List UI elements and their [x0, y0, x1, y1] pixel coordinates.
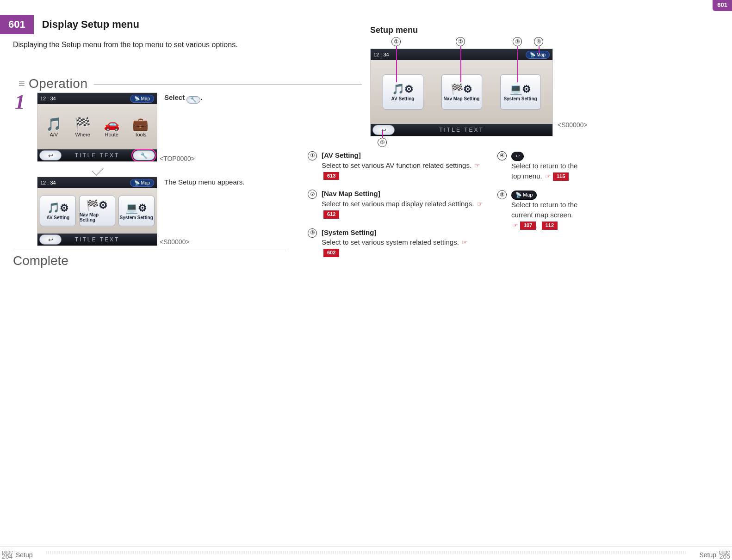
menu-tile-route: 🚗Route: [104, 117, 120, 137]
callout-2: ②: [456, 37, 465, 46]
tile-av-setting: 🎵⚙AV Setting: [40, 196, 76, 226]
page-title: Display Setup menu: [34, 15, 148, 34]
legend-title: [System Setting]: [322, 228, 484, 238]
screenshot-setup-menu: 12 : 34 📡 Map 🎵⚙AV Setting 🏁⚙Nav Map Set…: [37, 177, 157, 246]
section-number-tab: 601: [0, 15, 34, 34]
tile-av-setting: 🎵⚙AV Setting: [383, 74, 423, 110]
callout-line: [539, 45, 540, 54]
legend-desc: Select to return to the top menu. ☞115: [511, 161, 583, 181]
title-row: 601 Display Setup menu: [0, 15, 148, 34]
chevron-down-icon: [92, 164, 103, 175]
screenshot-code-top: <TOP0000>: [160, 155, 195, 162]
legend-desc: Select to set various AV function relate…: [322, 160, 484, 181]
crossref-icon: ☞: [474, 162, 480, 169]
top-menu-body: 🎵A/V 🏁Where 🚗Route 💼Tools: [37, 104, 157, 149]
section-name-right: Setup: [699, 551, 716, 559]
callout-5: ⑤: [378, 138, 387, 147]
clock-label: 12 : 34: [373, 52, 389, 57]
map-pill: 📡 Map: [526, 51, 550, 59]
legend-item-1: ① [AV Setting] Select to set various AV …: [308, 150, 484, 180]
tile-system-setting: 💻⚙System Setting: [500, 74, 541, 110]
legend-desc: Select to set various map display relate…: [322, 199, 484, 219]
crossref-icon: ☞: [545, 172, 551, 180]
map-pill: 📡 Map: [130, 179, 154, 187]
tile-system-setting: 💻⚙System Setting: [118, 196, 155, 226]
back-icon: ↩: [39, 150, 62, 160]
tile-nav-map-setting: 🏁⚙Nav Map Setting: [79, 196, 115, 226]
step-instruction: Select 🔧.: [164, 93, 203, 104]
rule-icon: ≡: [19, 80, 25, 87]
crossref-icon: ☞: [462, 239, 468, 246]
callout-1: ①: [308, 151, 317, 160]
legend-item-4: ④ ↩ Select to return to the top menu. ☞1…: [497, 150, 583, 181]
operation-label: Operation: [29, 76, 87, 91]
crossref-badge[interactable]: 115: [553, 172, 569, 181]
crossref-badge[interactable]: 107: [520, 222, 536, 230]
callout-4: ④: [534, 37, 543, 46]
legend-left: ① [AV Setting] Select to set various AV …: [308, 150, 484, 266]
wrench-icon: 🔧: [186, 96, 200, 104]
step-number: 1: [15, 90, 25, 114]
page-number-left: 264: [2, 553, 12, 560]
crossref-badge[interactable]: 602: [323, 249, 339, 257]
callout-line: [460, 45, 461, 82]
rule-icon: [94, 83, 362, 85]
callout-4: ④: [497, 151, 507, 160]
callout-5: ⑤: [497, 190, 507, 199]
back-icon: ↩: [511, 152, 524, 161]
page-subtitle: Displaying the Setup menu from the top m…: [13, 41, 238, 49]
legend-title: [Nav Map Setting]: [322, 189, 484, 199]
legend-desc: Select to set various system related set…: [322, 237, 484, 258]
back-icon: ↩: [39, 234, 62, 245]
callout-line: [396, 45, 397, 82]
legend-item-5: ⑤ 📡 Map Select to return to the current …: [497, 189, 583, 230]
screenshot-caption: The Setup menu appears.: [164, 178, 244, 186]
screenshot-top-menu: 12 : 34 📡 Map 🎵A/V 🏁Where 🚗Route 💼Tools …: [37, 92, 157, 162]
title-bar: TITLE TEXT: [371, 124, 552, 136]
page-footer: page 264 Setup Setup page 265: [0, 546, 732, 560]
legend-title: [AV Setting]: [322, 150, 484, 160]
wrench-icon: 🔧: [133, 150, 155, 160]
divider: [13, 250, 286, 250]
legend-item-2: ② [Nav Map Setting] Select to set variou…: [308, 189, 484, 219]
legend-item-3: ③ [System Setting] Select to set various…: [308, 228, 484, 258]
legend-right: ④ ↩ Select to return to the top menu. ☞1…: [497, 150, 583, 239]
clock-label: 12 : 34: [40, 180, 56, 185]
page-corner-badge: 601: [713, 0, 732, 11]
menu-tile-where: 🏁Where: [74, 117, 91, 137]
legend-desc: Select to return to the current map scre…: [511, 200, 583, 230]
screenshot-code-setup-large: <S00000>: [558, 121, 588, 129]
page-number-right: 265: [720, 553, 730, 560]
callout-1: ①: [391, 37, 401, 46]
map-pill: 📡 Map: [130, 95, 154, 103]
callout-2: ②: [308, 190, 317, 199]
crossref-icon: ☞: [512, 222, 518, 229]
callout-3: ③: [308, 228, 317, 238]
crossref-icon: ☞: [477, 200, 483, 208]
menu-tile-tools: 💼Tools: [132, 117, 149, 137]
screenshot-code-setup: <S00000>: [160, 238, 190, 246]
crossref-badge[interactable]: 112: [542, 222, 558, 230]
setup-menu-heading: Setup menu: [370, 25, 418, 35]
callout-3: ③: [513, 37, 522, 46]
section-name-left: Setup: [16, 551, 33, 559]
callout-line: [517, 45, 518, 82]
footer-rule: [46, 551, 686, 554]
menu-tile-av: 🎵A/V: [46, 117, 62, 137]
clock-label: 12 : 34: [40, 96, 56, 101]
map-icon: 📡 Map: [511, 191, 537, 200]
operation-heading: ≡ Operation: [19, 76, 362, 91]
crossref-badge[interactable]: 612: [323, 210, 339, 219]
tile-nav-map-setting: 🏁⚙Nav Map Setting: [441, 74, 482, 110]
back-icon: ↩: [372, 125, 395, 135]
crossref-badge[interactable]: 613: [323, 172, 339, 180]
screenshot-setup-menu-large: 12 : 34 📡 Map 🎵⚙AV Setting 🏁⚙Nav Map Set…: [370, 49, 553, 136]
complete-label: Complete: [13, 253, 68, 268]
